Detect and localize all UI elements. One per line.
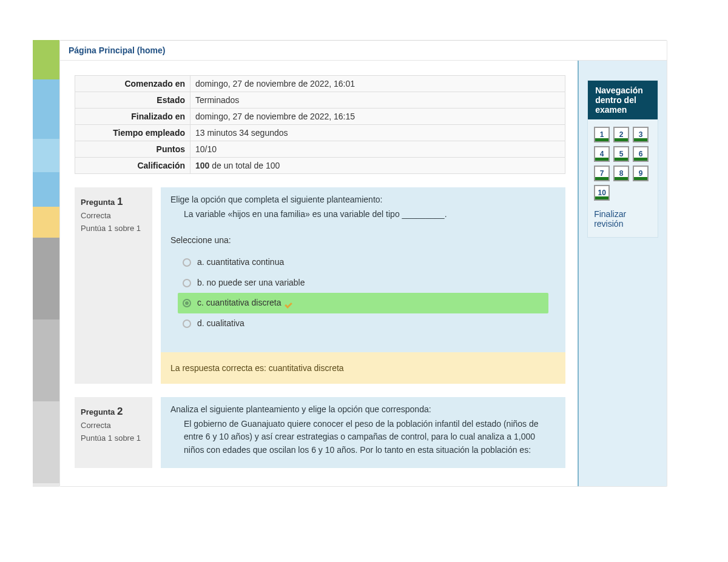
radio-empty-icon bbox=[183, 319, 191, 328]
question-info: Pregunta 1 Correcta Puntúa 1 sobre 1 bbox=[75, 187, 152, 384]
nav-question-link[interactable]: 8 bbox=[613, 166, 629, 181]
nav-title: Navegación dentro del examen bbox=[588, 81, 658, 119]
radio-checked-icon bbox=[183, 299, 191, 307]
finish-review-link[interactable]: Finalizar revisión bbox=[594, 209, 652, 229]
summary-value: 100 de un total de 100 bbox=[190, 158, 565, 174]
answer-option[interactable]: a. cuantitativa continua bbox=[178, 252, 548, 273]
table-row: EstadoTerminados bbox=[75, 92, 565, 109]
option-text: cuantitativa continua bbox=[207, 256, 285, 269]
question-block: Pregunta 1 Correcta Puntúa 1 sobre 1 Eli… bbox=[75, 187, 565, 384]
answer-option-correct[interactable]: c. cuantitativa discreta bbox=[178, 293, 548, 313]
question-text: Analiza el siguiente planteamiento y eli… bbox=[170, 403, 556, 416]
option-letter: a. bbox=[197, 256, 204, 269]
question-grade: Puntúa 1 sobre 1 bbox=[81, 222, 146, 235]
option-text: cuantitativa discreta bbox=[206, 296, 281, 310]
summary-value: domingo, 27 de noviembre de 2022, 16:01 bbox=[190, 76, 565, 92]
nav-question-link[interactable]: 5 bbox=[613, 146, 629, 162]
question-grade: Puntúa 1 sobre 1 bbox=[81, 432, 146, 445]
nav-question-link[interactable]: 6 bbox=[633, 146, 649, 162]
nav-question-link[interactable]: 4 bbox=[594, 146, 610, 162]
radio-empty-icon bbox=[183, 258, 191, 267]
nav-question-link[interactable]: 9 bbox=[633, 166, 649, 181]
option-text: cualitativa bbox=[207, 317, 244, 330]
option-letter: c. bbox=[197, 296, 204, 310]
summary-value: domingo, 27 de noviembre de 2022, 16:15 bbox=[190, 109, 565, 125]
nav-question-link[interactable]: 7 bbox=[594, 166, 610, 181]
summary-value: 10/10 bbox=[190, 141, 565, 158]
summary-label: Comenzado en bbox=[75, 76, 190, 92]
summary-label: Calificación bbox=[75, 158, 190, 174]
table-row: Calificación100 de un total de 100 bbox=[75, 158, 565, 174]
nav-grid: 1 2 3 4 5 6 7 8 9 10 bbox=[594, 127, 652, 201]
summary-label: Estado bbox=[75, 92, 190, 109]
option-letter: d. bbox=[197, 317, 204, 330]
option-text: no puede ser una variable bbox=[207, 276, 305, 290]
decorative-side-bars bbox=[33, 40, 59, 487]
breadcrumb: Página Principal (home) bbox=[60, 41, 667, 61]
question-block: Pregunta 2 Correcta Puntúa 1 sobre 1 Ana… bbox=[75, 397, 565, 468]
radio-empty-icon bbox=[183, 279, 191, 287]
table-row: Finalizado endomingo, 27 de noviembre de… bbox=[75, 109, 565, 125]
question-info: Pregunta 2 Correcta Puntúa 1 sobre 1 bbox=[75, 397, 152, 468]
breadcrumb-home-link[interactable]: Página Principal (home) bbox=[69, 45, 165, 55]
quiz-navigation-panel: Navegación dentro del examen 1 2 3 4 5 6… bbox=[587, 80, 658, 238]
summary-value: 13 minutos 34 segundos bbox=[190, 125, 565, 141]
option-letter: b. bbox=[197, 276, 204, 290]
question-feedback: La respuesta correcta es: cuantitativa d… bbox=[161, 352, 565, 384]
nav-question-link[interactable]: 2 bbox=[613, 127, 629, 142]
select-one-label: Seleccione una: bbox=[170, 234, 556, 247]
question-text-indent: La variable «hijos en una familia» es un… bbox=[184, 208, 556, 221]
table-row: Puntos10/10 bbox=[75, 141, 565, 158]
nav-question-link[interactable]: 10 bbox=[594, 185, 610, 201]
table-row: Tiempo empleado13 minutos 34 segundos bbox=[75, 125, 565, 141]
question-text-indent: El gobierno de Guanajuato quiere conocer… bbox=[184, 418, 556, 457]
answer-option[interactable]: d. cualitativa bbox=[178, 313, 548, 334]
nav-question-link[interactable]: 1 bbox=[594, 127, 610, 142]
table-row: Comenzado endomingo, 27 de noviembre de … bbox=[75, 76, 565, 92]
answer-option[interactable]: b. no puede ser una variable bbox=[178, 273, 548, 293]
summary-value: Terminados bbox=[190, 92, 565, 109]
summary-label: Tiempo empleado bbox=[75, 125, 190, 141]
summary-table: Comenzado endomingo, 27 de noviembre de … bbox=[75, 75, 565, 174]
question-text: Elige la opción que completa el siguient… bbox=[170, 193, 556, 207]
question-state: Correcta bbox=[81, 210, 146, 222]
summary-label: Finalizado en bbox=[75, 109, 190, 125]
check-icon bbox=[285, 298, 295, 308]
question-state: Correcta bbox=[81, 420, 146, 432]
summary-label: Puntos bbox=[75, 141, 190, 158]
nav-question-link[interactable]: 3 bbox=[633, 127, 649, 142]
